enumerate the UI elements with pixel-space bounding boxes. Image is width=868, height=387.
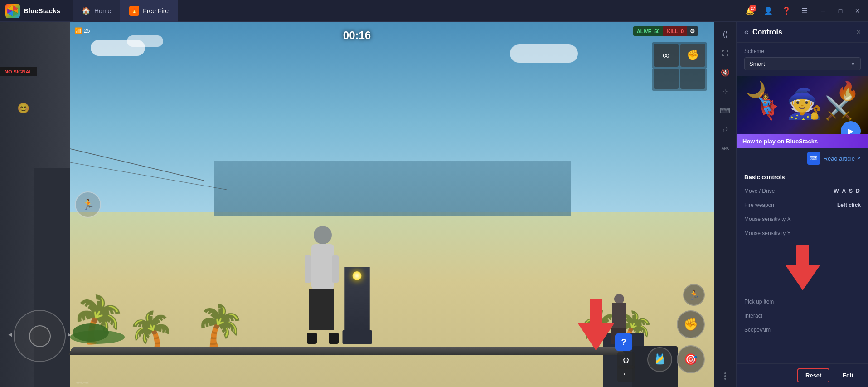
control-mouse-x: Mouse sensitivity X <box>737 212 868 226</box>
tower-top <box>342 330 372 344</box>
read-article-link[interactable]: Read article ↗ <box>824 155 861 162</box>
dot-2 <box>724 375 726 377</box>
moon-effect: 🌙 <box>746 80 766 99</box>
enemy-legs <box>611 328 626 344</box>
keyboard-btn[interactable]: ⌨ <box>717 102 734 119</box>
bluestacks-logo <box>5 4 20 18</box>
basic-controls-title: Basic controls <box>737 171 868 184</box>
right-panel: ‹‹ Controls × Scheme Smart ▼ 🦸 🧙 ⚔️ <box>737 22 868 387</box>
control-fire-name: Fire weapon <box>744 202 774 208</box>
game-background: 🌴 🌴 🌴 🌴 🌴 <box>0 22 714 387</box>
control-fire-key: Left click <box>837 202 861 208</box>
external-link-icon: ↗ <box>857 156 861 162</box>
main-character <box>300 217 345 344</box>
panel-title: Controls <box>752 28 782 36</box>
menu-button[interactable]: ☰ <box>796 3 813 19</box>
char-boot-left <box>307 333 317 344</box>
char-arm-left <box>305 255 311 283</box>
promo-title-bar: How to play on BlueStacks <box>737 134 868 148</box>
control-mouse-x-name: Mouse sensitivity X <box>744 216 791 222</box>
panel-arrow-head <box>786 265 820 290</box>
barrier-right-2 <box>632 346 678 387</box>
edit-button[interactable]: Edit <box>835 369 861 382</box>
panel-arrow-area <box>737 240 868 295</box>
control-scope: Scope/Aim <box>737 323 868 337</box>
palm-3: 🌴 <box>195 305 246 346</box>
enemy-head <box>614 294 624 304</box>
promo-title: How to play on BlueStacks <box>742 138 818 145</box>
title-bar: BlueStacks 🏠 Home 🔥 Free Fire 🔔 27 👤 ❓ ☰… <box>0 0 868 22</box>
panel-bottom-bar: Reset Edit <box>737 363 868 387</box>
home-icon: 🏠 <box>82 6 91 15</box>
control-move-name: Move / Drive <box>744 188 775 194</box>
tower-light <box>353 271 362 280</box>
reset-button[interactable]: Reset <box>797 368 829 382</box>
char-head <box>314 226 332 244</box>
scheme-select[interactable]: Smart ▼ <box>744 57 861 70</box>
main-content: 🌴 🌴 🌴 🌴 🌴 <box>0 22 868 387</box>
read-article-row: ⌨ Read article ↗ <box>737 148 868 167</box>
game-area[interactable]: 🌴 🌴 🌴 🌴 🌴 <box>0 22 714 387</box>
sidebar-expand-btn[interactable]: ⟨⟩ <box>717 25 734 43</box>
cloud-2 <box>127 35 163 47</box>
app-name: BlueStacks <box>24 7 60 15</box>
scheme-label: Scheme <box>744 48 861 54</box>
left-wall <box>0 22 70 387</box>
tab-home[interactable]: 🏠 Home <box>73 0 120 22</box>
foliage-2 <box>73 323 109 342</box>
palm-2: 🌴 <box>127 312 175 351</box>
char-boot-right <box>329 333 339 344</box>
app-logo-area: BlueStacks <box>0 4 73 18</box>
wall-section <box>34 168 70 387</box>
keyboard-icon: ⌨ <box>810 155 817 162</box>
control-pickup: Pick up item <box>737 295 868 309</box>
blue-underline <box>744 167 861 167</box>
pipe-rail <box>68 347 626 355</box>
maximize-button[interactable]: □ <box>834 4 847 18</box>
keyboard-shortcut-icon[interactable]: ⌨ <box>807 152 820 165</box>
panel-red-arrow-container <box>786 245 820 290</box>
panel-back-btn[interactable]: ‹‹ <box>744 27 748 37</box>
notification-badge: 27 <box>749 5 756 12</box>
scheme-section: Scheme Smart ▼ <box>737 43 868 76</box>
promo-char-2: 🧙 <box>786 87 823 121</box>
pointer-btn[interactable]: ⊹ <box>717 83 734 100</box>
free-fire-icon: 🔥 <box>129 6 139 16</box>
promo-image: 🦸 🧙 ⚔️ 🔥 🌙 ▶ How to play on BlueStacks <box>737 76 868 148</box>
notifications-button[interactable]: 🔔 27 <box>742 3 758 19</box>
panel-arrow-stem <box>796 245 809 265</box>
fullscreen-btn[interactable] <box>717 44 734 62</box>
control-mouse-y-name: Mouse sensitivity Y <box>744 230 791 236</box>
tab-game-label: Free Fire <box>143 7 169 15</box>
left-sidebar: ⟨⟩ 🔇 ⊹ ⌨ ⇄ APK <box>714 22 737 387</box>
cloud-3 <box>510 44 578 63</box>
control-interact: Interact <box>737 309 868 323</box>
panel-close-btn[interactable]: × <box>857 28 861 36</box>
dot-1 <box>724 372 726 374</box>
char-arm-right <box>332 255 339 283</box>
char-torso <box>311 244 334 289</box>
title-bar-actions: 🔔 27 👤 ❓ ☰ ─ □ ✕ <box>742 3 868 19</box>
volume-btn[interactable]: 🔇 <box>717 64 734 81</box>
chevron-down-icon: ▼ <box>850 61 856 67</box>
control-pickup-name: Pick up item <box>744 299 774 305</box>
scheme-value: Smart <box>749 60 765 67</box>
control-interact-name: Interact <box>744 313 762 319</box>
tab-home-label: Home <box>94 7 111 15</box>
char-legs <box>309 289 334 330</box>
fire-effect: 🔥 <box>836 80 859 102</box>
close-button[interactable]: ✕ <box>851 4 864 18</box>
control-mouse-y: Mouse sensitivity Y <box>737 226 868 240</box>
apk-btn[interactable]: APK <box>717 140 734 157</box>
account-button[interactable]: 👤 <box>760 3 776 19</box>
bg-enemy <box>607 289 630 344</box>
control-move: Move / Drive W A S D <box>737 184 868 198</box>
help-button[interactable]: ❓ <box>778 3 795 19</box>
water <box>214 161 572 216</box>
control-fire: Fire weapon Left click <box>737 198 868 212</box>
minimize-button[interactable]: ─ <box>816 4 830 18</box>
share-btn[interactable]: ⇄ <box>717 121 734 138</box>
tab-free-fire[interactable]: 🔥 Free Fire <box>120 0 178 22</box>
panel-header-left: ‹‹ Controls <box>744 27 782 37</box>
more-options-btn[interactable] <box>724 372 726 380</box>
